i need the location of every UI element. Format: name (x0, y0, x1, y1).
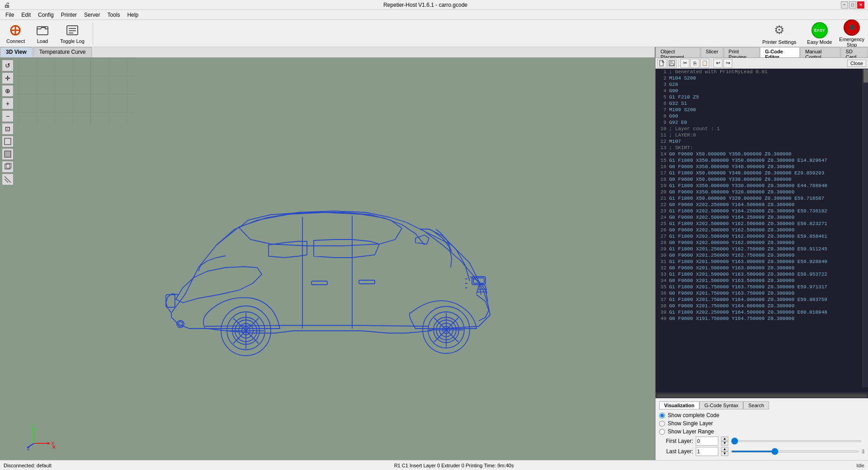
gcode-line-26[interactable]: 26G0 F9600 X202.500000 Y162.500000 Z0.30… (656, 227, 868, 233)
first-layer-slider[interactable] (731, 440, 862, 442)
gcode-line-18[interactable]: 18G0 F9600 X50.000000 Y330.000000 Z0.300… (656, 176, 868, 183)
tab-gcode-syntax[interactable]: G-Code Syntax (699, 401, 743, 409)
gcode-line-23[interactable]: 23G1 F1800 X202.500000 Y164.250000 Z0.30… (656, 208, 868, 214)
gcode-line-19[interactable]: 19G1 F1800 X350.000000 Y330.000000 Z0.30… (656, 183, 868, 189)
gcode-line-39[interactable]: 39G1 F1800 X202.250000 Y164.500000 Z0.30… (656, 309, 868, 315)
gcode-line-36[interactable]: 36G0 F9600 X201.750000 Y163.750000 Z0.30… (656, 290, 868, 296)
gcode-copy-button[interactable]: ⎘ (690, 59, 699, 68)
gcode-line-35[interactable]: 35G1 F1800 X201.750000 Y163.750000 Z0.30… (656, 284, 868, 290)
gcode-line-38[interactable]: 38G0 F9600 X201.750000 Y164.000000 Z0.30… (656, 303, 868, 309)
tab-manual-control[interactable]: Manual Control (800, 47, 840, 57)
view-3d-tool[interactable] (2, 161, 14, 173)
gcode-line-34[interactable]: 34G0 F9600 X201.500000 Y163.500000 Z0.30… (656, 277, 868, 284)
gcode-line-3[interactable]: 3G28 (656, 81, 868, 88)
toggle-log-button[interactable]: Toggle Log (57, 22, 87, 45)
gcode-line-4[interactable]: 4G90 (656, 88, 868, 94)
tab-3d-view[interactable]: 3D View (0, 47, 33, 57)
first-layer-up[interactable]: ▲ (721, 437, 728, 441)
menu-edit[interactable]: Edit (18, 11, 34, 19)
connect-button[interactable]: Connect (4, 22, 28, 45)
horizontal-scrollbar[interactable] (656, 393, 868, 398)
gcode-close-button[interactable]: Close (847, 60, 866, 67)
gcode-line-1[interactable]: 1; Generated with PrintMyLead 0.01 (656, 69, 868, 75)
last-layer-down[interactable]: ▼ (721, 451, 728, 456)
radio-show-range[interactable] (659, 429, 665, 435)
gcode-line-5[interactable]: 5G1 F210 Z5 (656, 94, 868, 100)
tab-sd-card[interactable]: SD Card (841, 47, 868, 57)
zoom-fit-tool[interactable]: ⊡ (2, 123, 14, 135)
gcode-line-37[interactable]: 37G1 F1800 X201.750000 Y164.000000 Z0.30… (656, 296, 868, 303)
last-layer-up[interactable]: ▲ (721, 447, 728, 451)
gcode-line-29[interactable]: 29G1 F1800 X201.250000 Y162.750000 Z0.30… (656, 246, 868, 252)
gcode-undo-button[interactable]: ↩ (713, 59, 722, 68)
gcode-content[interactable]: 1; Generated with PrintMyLead 0.012M104 … (656, 69, 868, 393)
first-layer-down[interactable]: ▼ (721, 441, 728, 446)
gcode-redo-button[interactable]: ↪ (723, 59, 732, 68)
gcode-line-28[interactable]: 28G0 F9600 X202.000000 Y162.000000 Z0.30… (656, 240, 868, 246)
menu-server[interactable]: Server (80, 11, 104, 19)
printer-settings-button[interactable]: ⚙ Printer Settings (762, 22, 796, 45)
radio-show-complete[interactable] (659, 413, 665, 418)
gcode-line-7[interactable]: 7M109 S200 (656, 107, 868, 113)
gcode-line-12[interactable]: 12M107 (656, 138, 868, 145)
menu-printer[interactable]: Printer (57, 11, 80, 19)
emergency-stop-button[interactable]: ⬛ Emergency Stop (839, 19, 864, 47)
gcode-line-21[interactable]: 21G1 F1800 X50.000000 Y320.000000 Z0.300… (656, 195, 868, 202)
vertical-scrollbar[interactable] (863, 69, 868, 387)
gcode-line-8[interactable]: 8G90 (656, 113, 868, 119)
gcode-save-button[interactable] (667, 59, 676, 68)
tab-slicer[interactable]: Slicer (701, 47, 723, 57)
gcode-paste-button[interactable]: 📋 (700, 59, 709, 68)
gcode-line-17[interactable]: 17G1 F1800 X50.000000 Y340.000000 Z0.300… (656, 170, 868, 176)
scrollbar-thumb[interactable] (863, 69, 868, 83)
diagonal-lines-tool[interactable] (2, 174, 14, 185)
gcode-line-6[interactable]: 6G32 S1 (656, 100, 868, 107)
load-button[interactable]: Load (31, 22, 54, 45)
3d-viewport[interactable]: ↺ ✛ ⊕ + − ⊡ (0, 58, 655, 460)
gcode-line-25[interactable]: 25G1 F1800 X202.500000 Y162.500000 Z0.30… (656, 221, 868, 227)
tab-temperature-curve[interactable]: Temperature Curve (33, 47, 92, 57)
radio-show-single[interactable] (659, 421, 665, 427)
gcode-line-2[interactable]: 2M104 S200 (656, 75, 868, 81)
gcode-line-27[interactable]: 27G1 F1800 X202.500000 Y162.000000 Z0.30… (656, 233, 868, 240)
last-layer-input[interactable] (696, 447, 718, 456)
menu-help[interactable]: Help (123, 11, 142, 19)
easy-mode-button[interactable]: EASY Easy Mode (807, 22, 832, 45)
gcode-line-40[interactable]: 40G0 F9600 X191.750000 Y164.750000 Z0.30… (656, 315, 868, 322)
gcode-line-14[interactable]: 14G0 F9600 X50.000000 Y350.000000 Z0.300… (656, 151, 868, 157)
gcode-new-button[interactable] (657, 59, 666, 68)
view-top-tool[interactable] (2, 148, 14, 160)
gcode-line-15[interactable]: 15G1 F1800 X350.000000 Y350.000000 Z0.30… (656, 157, 868, 164)
gcode-cut-button[interactable]: ✂ (680, 59, 689, 68)
zoom-tool[interactable]: ⊕ (2, 85, 14, 97)
close-button[interactable]: ✕ (857, 1, 864, 9)
gcode-line-32[interactable]: 32G0 F9600 X201.500000 Y163.000000 Z0.30… (656, 265, 868, 271)
gcode-line-31[interactable]: 31G1 F1800 X201.500000 Y163.000000 Z0.30… (656, 258, 868, 265)
tab-gcode-editor[interactable]: G-Code Editor (760, 47, 800, 57)
gcode-line-11[interactable]: 11; LAYER:0 (656, 132, 868, 138)
pan-tool[interactable]: ✛ (2, 72, 14, 84)
gcode-line-10[interactable]: 10; Layer count : 1 (656, 126, 868, 132)
zoom-in-tool[interactable]: + (2, 98, 14, 109)
menu-file[interactable]: File (2, 11, 18, 19)
menu-config[interactable]: Config (34, 11, 57, 19)
restore-button[interactable]: □ (849, 1, 856, 9)
rotate-tool[interactable]: ↺ (2, 60, 14, 71)
tab-print-preview[interactable]: Print Preview (724, 47, 760, 57)
gcode-line-13[interactable]: 13; SKIRT: (656, 145, 868, 151)
hscrollbar-track[interactable] (656, 394, 867, 398)
gcode-line-20[interactable]: 20G0 F9600 X350.000000 Y320.000000 Z0.30… (656, 189, 868, 195)
zoom-out-tool[interactable]: − (2, 110, 14, 122)
tab-visualization[interactable]: Visualization (659, 401, 699, 409)
gcode-line-16[interactable]: 16G0 F9600 X350.000000 Y340.000000 Z0.30… (656, 164, 868, 170)
gcode-line-30[interactable]: 30G0 F9600 X201.250000 Y162.750000 Z0.30… (656, 252, 868, 258)
minimize-button[interactable]: − (841, 1, 848, 9)
view-front-tool[interactable] (2, 136, 14, 147)
last-layer-slider[interactable] (731, 451, 859, 452)
tab-object-placement[interactable]: Object Placement (656, 47, 700, 57)
first-layer-input[interactable] (696, 437, 718, 446)
gcode-line-33[interactable]: 33G1 F1800 X201.500000 Y163.500000 Z0.30… (656, 271, 868, 277)
gcode-line-9[interactable]: 9G92 E0 (656, 119, 868, 126)
gcode-line-22[interactable]: 22G0 F9600 X202.250000 Y164.500000 Z0.30… (656, 202, 868, 208)
gcode-line-24[interactable]: 24G0 F9600 X202.500000 Y164.250000 Z0.30… (656, 214, 868, 221)
